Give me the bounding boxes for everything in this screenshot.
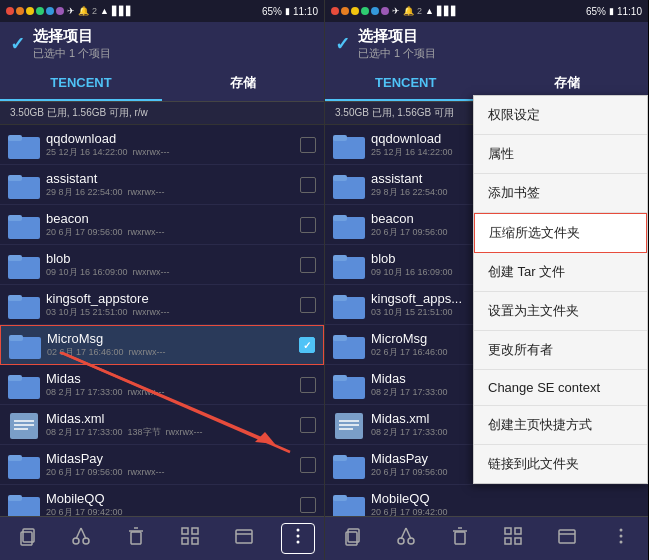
sim-indicator-r: 2: [417, 6, 422, 16]
file-info: Midas.xml 08 2月 17 17:33:00 138字节 rwxrwx…: [46, 411, 300, 439]
file-item-micromsg-left[interactable]: MicroMsg 02 6月 17 16:46:00 rwxrwx---: [0, 325, 324, 365]
cut-icon[interactable]: [63, 522, 99, 555]
file-checkbox-checked[interactable]: [299, 337, 315, 353]
top-bar-text-left: 选择项目 已选中 1 个项目: [33, 27, 111, 61]
svg-rect-9: [8, 295, 22, 301]
svg-rect-3: [8, 175, 22, 181]
grid-icon[interactable]: [172, 522, 208, 555]
folder-icon: [9, 331, 41, 359]
file-item-midaspay-left[interactable]: MidasPay 20 6月 17 09:56:00 rwxrwx---: [0, 445, 324, 485]
network-icon-r: ✈: [392, 6, 400, 16]
svg-rect-46: [333, 175, 347, 181]
file-checkbox[interactable]: [300, 177, 316, 193]
svg-point-40: [296, 529, 299, 532]
folder-icon: [333, 251, 365, 279]
copy-icon[interactable]: [9, 522, 45, 555]
folder-icon: [8, 451, 40, 479]
status-right-left: 65% ▮ 11:10: [262, 6, 318, 17]
file-item-assistant-left[interactable]: assistant 29 8月 16 22:54:00 rwxrwx---: [0, 165, 324, 205]
file-checkbox[interactable]: [300, 137, 316, 153]
menu-item-permissions[interactable]: 权限设定: [474, 96, 647, 135]
file-item-blob-left[interactable]: blob 09 10月 16 16:09:00 rwxrwx---: [0, 245, 324, 285]
file-checkbox[interactable]: [300, 417, 316, 433]
copy-icon-r[interactable]: [334, 522, 370, 555]
svg-rect-19: [8, 455, 22, 461]
folder-icon: [8, 211, 40, 239]
status-bar-right: ✈ 🔔 2 ▲ ▋▋▋ 65% ▮ 11:10: [325, 0, 648, 22]
file-checkbox[interactable]: [300, 297, 316, 313]
top-bar-right: ✓ 选择项目 已选中 1 个项目: [325, 22, 648, 66]
notification-icon: 🔔: [78, 6, 89, 16]
file-icon: [333, 411, 365, 439]
file-info: qqdownload 25 12月 16 14:22:00 rwxrwx---: [46, 131, 300, 159]
file-list-left[interactable]: qqdownload 25 12月 16 14:22:00 rwxrwx--- …: [0, 125, 324, 516]
file-item-kingsoft-left[interactable]: kingsoft_appstore 03 10月 15 21:51:00 rwx…: [0, 285, 324, 325]
file-checkbox[interactable]: [300, 457, 316, 473]
notification-icon-r: 🔔: [403, 6, 414, 16]
file-checkbox[interactable]: [300, 257, 316, 273]
tab-storage-left[interactable]: 存储: [162, 66, 324, 101]
time-left: 11:10: [293, 6, 318, 17]
file-item-beacon-left[interactable]: beacon 20 6月 17 09:56:00 rwxrwx---: [0, 205, 324, 245]
svg-rect-78: [559, 530, 575, 543]
left-panel: ✈ 🔔 2 ▲ ▋▋▋ 65% ▮ 11:10 ✓ 选择项目 已选中 1 个项目…: [0, 0, 324, 560]
top-bar-title-right: 选择项目: [358, 27, 436, 46]
tab-tencent-left[interactable]: TENCENT: [0, 66, 162, 101]
menu-item-properties[interactable]: 属性: [474, 135, 647, 174]
delete-icon[interactable]: [118, 522, 154, 555]
menu-item-se-context[interactable]: Change SE context: [474, 370, 647, 406]
window-icon[interactable]: [226, 522, 262, 555]
menu-item-compress[interactable]: 压缩所选文件夹: [474, 213, 647, 253]
file-info: Midas 08 2月 17 17:33:00 rwxrwx---: [46, 371, 300, 399]
svg-rect-50: [333, 255, 347, 261]
file-checkbox[interactable]: [300, 497, 316, 513]
menu-item-bookmark[interactable]: 添加书签: [474, 174, 647, 213]
file-item-mobileqq-right[interactable]: MobileQQ 20 6月 17 09:42:00: [325, 485, 648, 516]
wifi-icon: ▲: [100, 6, 109, 16]
circle-icon-3: [26, 7, 34, 15]
svg-rect-5: [8, 215, 22, 221]
folder-icon: [333, 451, 365, 479]
svg-rect-77: [515, 538, 521, 544]
svg-rect-36: [182, 538, 188, 544]
file-item-midas-left[interactable]: Midas 08 2月 17 17:33:00 rwxrwx---: [0, 365, 324, 405]
status-bar-left: ✈ 🔔 2 ▲ ▋▋▋ 65% ▮ 11:10: [0, 0, 324, 22]
file-item-midasxml-left[interactable]: Midas.xml 08 2月 17 17:33:00 138字节 rwxrwx…: [0, 405, 324, 445]
file-info: MidasPay 20 6月 17 09:56:00 rwxrwx---: [46, 451, 300, 479]
folder-icon: [8, 371, 40, 399]
more-options-icon-r[interactable]: [603, 522, 639, 555]
folder-icon: [8, 131, 40, 159]
menu-item-link[interactable]: 链接到此文件夹: [474, 445, 647, 483]
file-item-qqdownload-left[interactable]: qqdownload 25 12月 16 14:22:00 rwxrwx---: [0, 125, 324, 165]
wifi-icon-r: ▲: [425, 6, 434, 16]
file-checkbox[interactable]: [300, 217, 316, 233]
file-checkbox[interactable]: [300, 377, 316, 393]
file-icon: [8, 411, 40, 439]
window-icon-r[interactable]: [549, 522, 585, 555]
file-info: blob 09 10月 16 16:09:00 rwxrwx---: [46, 251, 300, 279]
circle-icon-r1: [331, 7, 339, 15]
grid-icon-r[interactable]: [495, 522, 531, 555]
more-options-icon[interactable]: [281, 523, 315, 554]
folder-icon: [333, 331, 365, 359]
file-item-mobileqq-left[interactable]: MobileQQ 20 6月 17 09:42:00: [0, 485, 324, 516]
time-right: 11:10: [617, 6, 642, 17]
menu-item-shortcut[interactable]: 创建主页快捷方式: [474, 406, 647, 445]
svg-rect-14: [10, 413, 38, 439]
svg-rect-21: [8, 495, 22, 501]
delete-icon-r[interactable]: [442, 522, 478, 555]
cut-icon-r[interactable]: [388, 522, 424, 555]
svg-line-69: [401, 528, 406, 539]
menu-item-owner[interactable]: 更改所有者: [474, 331, 647, 370]
storage-info-left: 3.50GB 已用, 1.56GB 可用, r/w: [0, 102, 324, 125]
menu-item-set-home[interactable]: 设置为主文件夹: [474, 292, 647, 331]
circle-icon-r2: [341, 7, 349, 15]
context-menu: 权限设定 属性 添加书签 压缩所选文件夹 创建 Tar 文件 设置为主文件夹 更…: [473, 95, 648, 484]
svg-rect-74: [505, 528, 511, 534]
menu-item-tar[interactable]: 创建 Tar 文件: [474, 253, 647, 292]
status-icons-left: ✈ 🔔 2 ▲ ▋▋▋: [6, 6, 133, 16]
circle-icon-r5: [371, 7, 379, 15]
tab-tencent-right[interactable]: TENCENT: [325, 66, 487, 101]
svg-rect-57: [335, 413, 363, 439]
top-bar-left: ✓ 选择项目 已选中 1 个项目: [0, 22, 324, 66]
